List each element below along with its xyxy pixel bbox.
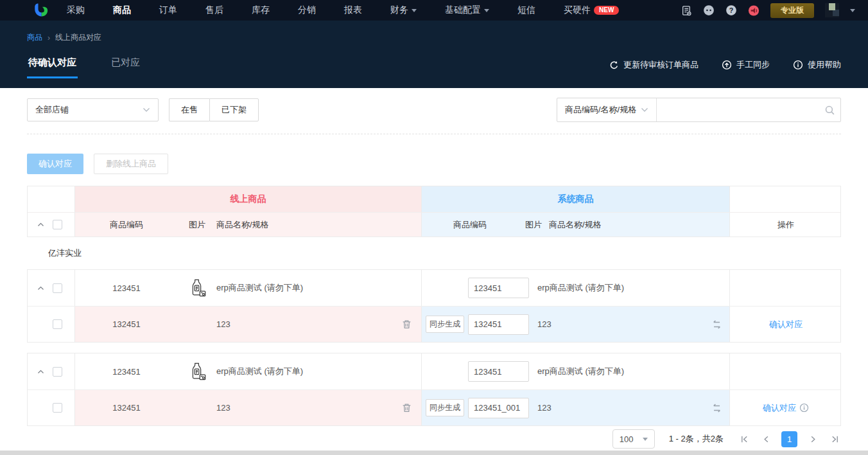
tab-matched[interactable]: 已对应: [110, 48, 141, 78]
online-sku-code: 132451: [75, 403, 178, 413]
row-checkbox[interactable]: [53, 319, 62, 329]
refresh-pending-orders-button[interactable]: 更新待审核订单商品: [609, 59, 699, 71]
nav-item-distribution[interactable]: 分销: [298, 4, 316, 16]
page-number-current[interactable]: 1: [781, 431, 797, 447]
search-input[interactable]: [657, 98, 819, 121]
row-select-cell: [28, 353, 74, 389]
bulk-delete-online-button[interactable]: 删除线上商品: [94, 154, 168, 174]
child-row: 132451 123 同步生成 123: [28, 306, 840, 342]
help-question-icon[interactable]: ?: [725, 4, 737, 16]
nav-item-inventory[interactable]: 库存: [252, 4, 270, 16]
invoice-list-icon[interactable]: [681, 4, 692, 16]
search-icon[interactable]: [819, 105, 840, 116]
action-column-header: 操作: [729, 213, 842, 236]
usage-help-button[interactable]: 使用帮助: [793, 59, 841, 71]
system-sku-cell: 同步生成 123: [421, 390, 729, 425]
system-columns-header: 商品编码 图片 商品名称/规格: [421, 213, 729, 236]
nav-item-sms[interactable]: 短信: [517, 4, 535, 16]
system-sku-name: 123: [537, 319, 704, 329]
delete-trash-icon[interactable]: [392, 319, 421, 330]
refresh-icon: [609, 60, 619, 70]
announcement-horn-icon[interactable]: [748, 4, 759, 16]
system-products-section-header: 系统商品: [421, 186, 729, 212]
prev-page-button[interactable]: [759, 433, 772, 445]
shop-select[interactable]: 全部店铺: [27, 98, 159, 121]
delete-trash-icon[interactable]: [392, 402, 421, 413]
system-name-column-label: 商品名称/规格: [549, 219, 729, 231]
top-navigation: 采购 商品 订单 售后 库存 分销 报表 财务 基础配置 短信 买硬件NEW: [0, 0, 868, 21]
nav-item-orders[interactable]: 订单: [159, 4, 177, 16]
system-product-name: erp商品测试 (请勿下单): [537, 366, 704, 377]
system-code-column-label: 商品编码: [422, 219, 518, 231]
collapse-caret-icon[interactable]: [37, 368, 44, 375]
confirm-match-link[interactable]: 确认对应: [763, 402, 809, 414]
chat-icon[interactable]: [703, 4, 715, 16]
nav-item-aftersale[interactable]: 售后: [205, 4, 223, 16]
offsale-button[interactable]: 已下架: [209, 98, 259, 121]
system-image-column-label: 图片: [518, 219, 549, 231]
page-size-select[interactable]: 100: [612, 429, 655, 449]
product-image-icon: [178, 278, 216, 298]
onsale-button[interactable]: 在售: [169, 98, 209, 121]
system-sku-cell: 同步生成 123: [421, 307, 729, 342]
online-sku-name: 123: [216, 319, 392, 329]
main-menu: 采购 商品 订单 售后 库存 分销 报表 财务 基础配置 短信 买硬件NEW: [67, 4, 619, 16]
swap-match-icon[interactable]: [704, 319, 729, 330]
row-select-cell: [28, 307, 74, 342]
upload-sync-icon: [722, 60, 732, 70]
nav-item-buy-hardware[interactable]: 买硬件NEW: [564, 4, 619, 16]
header-select-cell: [28, 213, 74, 236]
system-sku-code-input[interactable]: [468, 314, 529, 335]
avatar[interactable]: [825, 3, 839, 17]
chevron-down-icon: [643, 438, 648, 441]
info-icon: [793, 60, 803, 70]
nav-item-finance[interactable]: 财务: [390, 4, 417, 16]
online-image-column-label: 图片: [178, 219, 216, 231]
manual-sync-button[interactable]: 手工同步: [722, 59, 770, 71]
breadcrumb-products[interactable]: 商品: [27, 32, 42, 43]
system-sku-name: 123: [537, 403, 704, 413]
nav-item-settings[interactable]: 基础配置: [445, 4, 489, 16]
system-code-input[interactable]: [468, 361, 529, 382]
nav-item-reports[interactable]: 报表: [344, 4, 362, 16]
match-table: 线上商品 系统商品 商品编码 图片 商品名称/规格: [27, 186, 841, 426]
select-all-checkbox[interactable]: [53, 220, 62, 229]
collapse-all-caret-icon[interactable]: [37, 221, 44, 229]
bulk-actions: 确认对应 删除线上商品: [27, 154, 841, 174]
action-cell: 确认对应: [729, 307, 842, 342]
system-product-name: erp商品测试 (请勿下单): [537, 282, 704, 294]
system-code-input[interactable]: [468, 278, 529, 298]
row-checkbox[interactable]: [53, 403, 62, 413]
nav-item-purchase[interactable]: 采购: [67, 4, 85, 16]
row-checkbox[interactable]: [53, 283, 62, 293]
tabs: 待确认对应 已对应: [27, 48, 141, 78]
pro-version-badge[interactable]: 专业版: [770, 3, 814, 18]
collapse-caret-icon[interactable]: [37, 284, 44, 292]
next-page-button[interactable]: [806, 433, 819, 445]
screen: 采购 商品 订单 售后 库存 分销 报表 财务 基础配置 短信 买硬件NEW: [0, 0, 868, 455]
system-sku-code-input[interactable]: [468, 398, 529, 418]
online-products-section-header: 线上商品: [74, 186, 421, 212]
confirm-match-link[interactable]: 确认对应: [769, 319, 803, 330]
svg-text:?: ?: [729, 6, 734, 14]
swap-match-icon[interactable]: [704, 402, 729, 414]
tab-row: 待确认对应 已对应 更新待审核订单商品 手工同步: [27, 48, 841, 78]
system-product-cell: erp商品测试 (请勿下单): [421, 353, 729, 389]
shop-group-row: 亿沣实业: [27, 237, 841, 269]
last-page-button[interactable]: [828, 433, 841, 445]
bulk-confirm-match-button[interactable]: 确认对应: [27, 154, 83, 174]
info-tooltip-icon[interactable]: [799, 403, 809, 413]
pagination-range-text: 1 - 2条，共2条: [669, 433, 724, 445]
account-chevron-down-icon[interactable]: [850, 9, 855, 12]
first-page-button[interactable]: [738, 433, 751, 445]
tab-pending-match[interactable]: 待确认对应: [27, 48, 78, 78]
row-checkbox[interactable]: [53, 367, 62, 377]
search-field-select[interactable]: 商品编码/名称/规格: [557, 98, 657, 121]
online-product-name: erp商品测试 (请勿下单): [216, 282, 392, 294]
search-box: [657, 98, 840, 121]
app-logo-icon[interactable]: [33, 3, 49, 18]
online-code-column-label: 商品编码: [75, 219, 178, 231]
chevron-down-icon: [484, 9, 489, 12]
nav-item-products[interactable]: 商品: [113, 4, 131, 16]
main-content: 全部店铺 在售 已下架 商品编码/名称/规格: [0, 88, 868, 451]
